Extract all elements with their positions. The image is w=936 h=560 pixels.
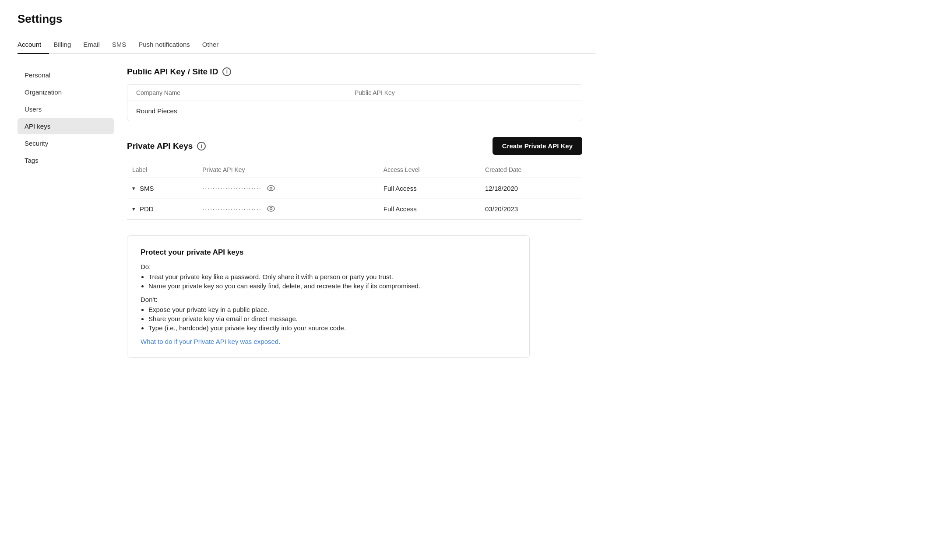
public-api-info-icon[interactable]: i	[222, 67, 231, 76]
tab-other[interactable]: Other	[202, 35, 227, 53]
sms-label-group: ▾ SMS	[132, 185, 192, 192]
private-api-keys-table: Label Private API Key Access Level Creat…	[127, 163, 582, 220]
dont-list: Expose your private key in a public plac…	[148, 306, 516, 332]
dont-item-3: Type (i.e., hardcode) your private key d…	[148, 324, 516, 332]
sms-chevron-icon[interactable]: ▾	[132, 185, 135, 192]
company-name-col-header: Company Name	[136, 89, 355, 96]
col-header-created-date: Created Date	[480, 163, 582, 178]
info-box-title: Protect your private API keys	[141, 248, 516, 257]
public-api-key-value	[355, 107, 573, 115]
dont-item-1: Expose your private key in a public plac…	[148, 306, 516, 313]
col-header-private-api-key: Private API Key	[197, 163, 378, 178]
svg-point-2	[267, 206, 274, 211]
protect-api-keys-info-box: Protect your private API keys Do: Treat …	[127, 235, 530, 358]
table-row: ▾ SMS ·······················	[127, 178, 582, 199]
private-api-section-header: Private API Keys i Create Private API Ke…	[127, 137, 582, 155]
sms-masked-key: ·······················	[202, 185, 261, 192]
tab-sms[interactable]: SMS	[112, 35, 134, 53]
sidebar-item-personal[interactable]: Personal	[18, 67, 114, 83]
pdd-row-label-cell: ▾ PDD	[127, 199, 197, 220]
tab-email[interactable]: Email	[83, 35, 108, 53]
pdd-chevron-icon[interactable]: ▾	[132, 206, 135, 212]
private-api-info-icon[interactable]: i	[197, 142, 206, 150]
private-api-title: Private API Keys	[127, 141, 193, 151]
sms-reveal-key-button[interactable]	[267, 185, 275, 192]
sidebar-item-api-keys[interactable]: API keys	[18, 118, 114, 134]
sidebar-item-tags[interactable]: Tags	[18, 152, 114, 168]
company-name-value: Round Pieces	[136, 107, 355, 115]
tab-push-notifications[interactable]: Push notifications	[138, 35, 198, 53]
sms-access-level: Full Access	[378, 178, 480, 199]
sidebar-item-organization[interactable]: Organization	[18, 84, 114, 100]
pdd-reveal-key-button[interactable]	[267, 206, 275, 213]
create-private-api-key-button[interactable]: Create Private API Key	[493, 137, 582, 155]
exposed-key-link[interactable]: What to do if your Private API key was e…	[141, 338, 280, 345]
top-nav: Account Billing Email SMS Push notificat…	[18, 35, 595, 54]
sms-row-label-cell: ▾ SMS	[127, 178, 197, 199]
dont-label: Don't:	[141, 296, 516, 303]
public-api-section-header: Public API Key / Site ID i	[127, 67, 582, 77]
sms-key-cell: ·······················	[197, 178, 378, 199]
svg-point-0	[267, 186, 274, 191]
tab-account[interactable]: Account	[18, 35, 49, 53]
public-api-key-col-header: Public API Key	[355, 89, 573, 96]
pdd-label-group: ▾ PDD	[132, 205, 192, 213]
pdd-masked-key: ·······················	[202, 206, 261, 213]
do-label: Do:	[141, 263, 516, 270]
sidebar-item-security[interactable]: Security	[18, 135, 114, 151]
pdd-label: PDD	[140, 205, 154, 213]
svg-point-3	[270, 208, 272, 210]
main-content: Public API Key / Site ID i Company Name …	[114, 58, 595, 375]
do-item-1: Treat your private key like a password. …	[148, 273, 516, 280]
pdd-created-date: 03/20/2023	[480, 199, 582, 220]
public-api-grid-header: Company Name Public API Key	[127, 85, 582, 101]
do-item-2: Name your private key so you can easily …	[148, 282, 516, 290]
sidebar: Personal Organization Users API keys Sec…	[18, 58, 114, 375]
do-list: Treat your private key like a password. …	[148, 273, 516, 290]
col-header-label: Label	[127, 163, 197, 178]
public-api-key-row: Round Pieces	[127, 101, 582, 121]
private-table-header-row: Label Private API Key Access Level Creat…	[127, 163, 582, 178]
pdd-key-cell: ·······················	[197, 199, 378, 220]
page-title: Settings	[18, 12, 595, 26]
sidebar-item-users[interactable]: Users	[18, 101, 114, 117]
tab-billing[interactable]: Billing	[53, 35, 79, 53]
public-api-key-grid: Company Name Public API Key Round Pieces	[127, 84, 582, 121]
sms-label: SMS	[140, 185, 154, 192]
public-api-title: Public API Key / Site ID	[127, 67, 218, 77]
col-header-access-level: Access Level	[378, 163, 480, 178]
table-row: ▾ PDD ·······················	[127, 199, 582, 220]
private-api-section-left: Private API Keys i	[127, 141, 206, 151]
main-layout: Personal Organization Users API keys Sec…	[18, 54, 595, 375]
svg-point-1	[270, 187, 272, 189]
dont-item-2: Share your private key via email or dire…	[148, 315, 516, 322]
sms-created-date: 12/18/2020	[480, 178, 582, 199]
pdd-access-level: Full Access	[378, 199, 480, 220]
